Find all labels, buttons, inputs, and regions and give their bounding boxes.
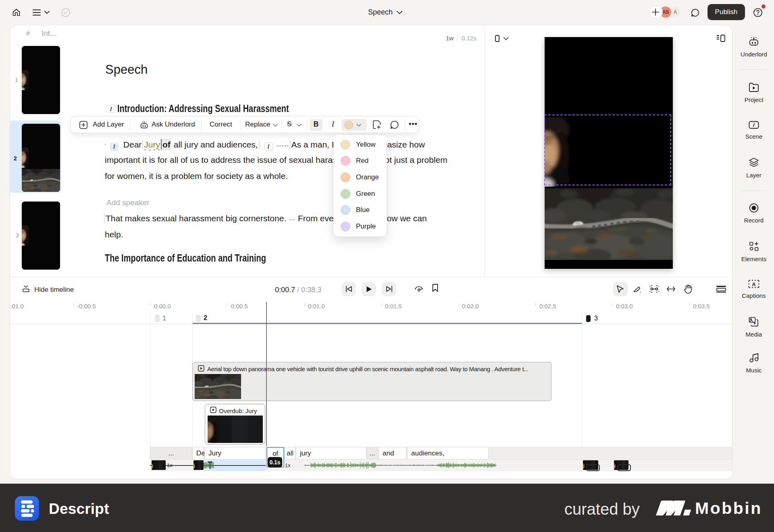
svg-text:A: A — [752, 281, 756, 287]
